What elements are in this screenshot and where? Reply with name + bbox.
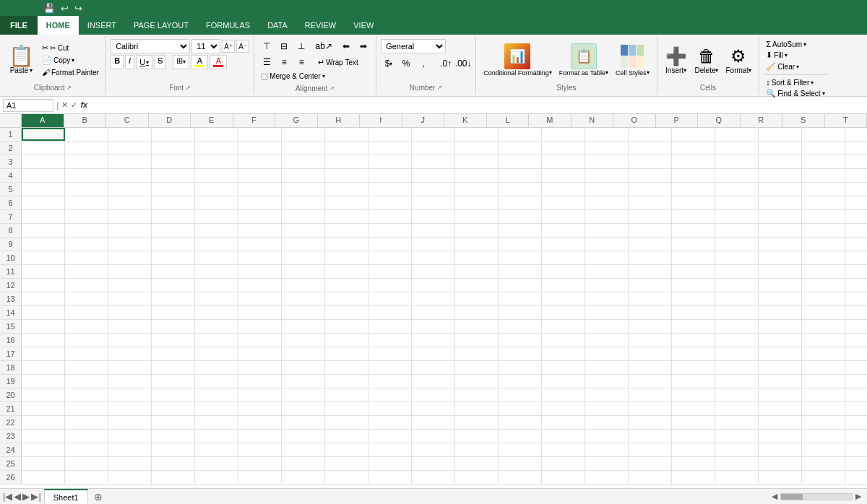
format-painter-button[interactable]: 🖌 Format Painter xyxy=(40,67,101,77)
cell-J10[interactable] xyxy=(412,251,455,264)
cell-O24[interactable] xyxy=(629,443,672,456)
cell-M1[interactable] xyxy=(542,128,585,141)
cell-E9[interactable] xyxy=(195,238,238,251)
cell-Q1[interactable] xyxy=(715,128,759,141)
cell-J26[interactable] xyxy=(412,471,455,484)
row-number-4[interactable]: 4 xyxy=(0,169,22,182)
cell-B15[interactable] xyxy=(65,320,108,333)
row-number-23[interactable]: 23 xyxy=(0,430,22,443)
cell-A9[interactable] xyxy=(22,238,65,251)
cell-T14[interactable] xyxy=(845,306,867,319)
cell-B22[interactable] xyxy=(65,416,108,429)
cell-K4[interactable] xyxy=(455,169,499,182)
align-right-button[interactable]: ≡ xyxy=(293,55,309,69)
cell-F21[interactable] xyxy=(238,402,282,415)
cell-A1[interactable] xyxy=(22,128,65,141)
cell-E16[interactable] xyxy=(195,334,238,347)
cell-J18[interactable] xyxy=(412,361,455,374)
cell-F13[interactable] xyxy=(238,292,282,305)
font-expand[interactable]: ↗ xyxy=(186,84,191,91)
cell-J17[interactable] xyxy=(412,347,455,360)
cell-H26[interactable] xyxy=(325,471,368,484)
cell-H12[interactable] xyxy=(325,279,368,292)
decrease-font-size-button[interactable]: A⁻ xyxy=(236,40,249,53)
col-header-C[interactable]: C xyxy=(106,114,149,127)
cell-R21[interactable] xyxy=(759,402,802,415)
cell-R25[interactable] xyxy=(759,457,802,470)
cell-J21[interactable] xyxy=(412,402,455,415)
cell-Q19[interactable] xyxy=(715,375,759,388)
col-header-G[interactable]: G xyxy=(275,114,318,127)
number-expand[interactable]: ↗ xyxy=(437,84,442,91)
cell-H9[interactable] xyxy=(325,238,368,251)
cell-A12[interactable] xyxy=(22,279,65,292)
cell-B7[interactable] xyxy=(65,210,108,223)
cell-M21[interactable] xyxy=(542,402,585,415)
row-number-21[interactable]: 21 xyxy=(0,402,22,415)
cell-J13[interactable] xyxy=(412,292,455,305)
cell-S23[interactable] xyxy=(802,430,845,443)
bold-button[interactable]: B xyxy=(111,55,124,69)
cell-M4[interactable] xyxy=(542,169,585,182)
cell-J22[interactable] xyxy=(412,416,455,429)
cell-Q16[interactable] xyxy=(715,334,759,347)
cell-N16[interactable] xyxy=(585,334,629,347)
cell-H6[interactable] xyxy=(325,196,368,209)
cell-M7[interactable] xyxy=(542,210,585,223)
cell-O20[interactable] xyxy=(629,388,672,401)
cell-G7[interactable] xyxy=(282,210,325,223)
cell-C21[interactable] xyxy=(108,402,152,415)
cell-S15[interactable] xyxy=(802,320,845,333)
cell-J25[interactable] xyxy=(412,457,455,470)
cell-F7[interactable] xyxy=(238,210,282,223)
cell-S7[interactable] xyxy=(802,210,845,223)
cell-P24[interactable] xyxy=(672,443,715,456)
cell-E14[interactable] xyxy=(195,306,238,319)
cell-T1[interactable] xyxy=(845,128,867,141)
cell-R7[interactable] xyxy=(759,210,802,223)
cut-button[interactable]: ✂ ✂ Cut xyxy=(40,43,101,53)
cell-A18[interactable] xyxy=(22,361,65,374)
col-header-T[interactable]: T xyxy=(825,114,868,127)
cell-O18[interactable] xyxy=(629,361,672,374)
cell-D4[interactable] xyxy=(152,169,195,182)
add-sheet-button[interactable]: ⊕ xyxy=(91,490,105,504)
cell-C17[interactable] xyxy=(108,347,152,360)
cell-B26[interactable] xyxy=(65,471,108,484)
cell-B9[interactable] xyxy=(65,238,108,251)
cell-H10[interactable] xyxy=(325,251,368,264)
paste-button[interactable]: 📋 Paste▾ xyxy=(4,45,38,76)
cell-A19[interactable] xyxy=(22,375,65,388)
cell-S2[interactable] xyxy=(802,142,845,155)
cell-O25[interactable] xyxy=(629,457,672,470)
cell-M20[interactable] xyxy=(542,388,585,401)
cell-I1[interactable] xyxy=(368,128,412,141)
row-number-24[interactable]: 24 xyxy=(0,443,22,456)
confirm-icon[interactable]: ✓ xyxy=(71,100,77,110)
cell-I23[interactable] xyxy=(368,430,412,443)
indent-right-button[interactable]: ➡ xyxy=(355,39,371,53)
cell-P10[interactable] xyxy=(672,251,715,264)
cell-T5[interactable] xyxy=(845,183,867,196)
borders-button[interactable]: ⊞▾ xyxy=(173,55,189,69)
cell-R22[interactable] xyxy=(759,416,802,429)
cell-D26[interactable] xyxy=(152,471,195,484)
cell-I11[interactable] xyxy=(368,265,412,278)
cell-Q7[interactable] xyxy=(715,210,759,223)
cell-N13[interactable] xyxy=(585,292,629,305)
cell-P20[interactable] xyxy=(672,388,715,401)
cell-N10[interactable] xyxy=(585,251,629,264)
cell-J5[interactable] xyxy=(412,183,455,196)
cell-I20[interactable] xyxy=(368,388,412,401)
cell-Q21[interactable] xyxy=(715,402,759,415)
cell-S25[interactable] xyxy=(802,457,845,470)
cell-H1[interactable] xyxy=(325,128,368,141)
cell-T24[interactable] xyxy=(845,443,867,456)
cell-R15[interactable] xyxy=(759,320,802,333)
cell-T10[interactable] xyxy=(845,251,867,264)
cell-F18[interactable] xyxy=(238,361,282,374)
cell-O11[interactable] xyxy=(629,265,672,278)
cell-J24[interactable] xyxy=(412,443,455,456)
cell-A14[interactable] xyxy=(22,306,65,319)
cell-F17[interactable] xyxy=(238,347,282,360)
